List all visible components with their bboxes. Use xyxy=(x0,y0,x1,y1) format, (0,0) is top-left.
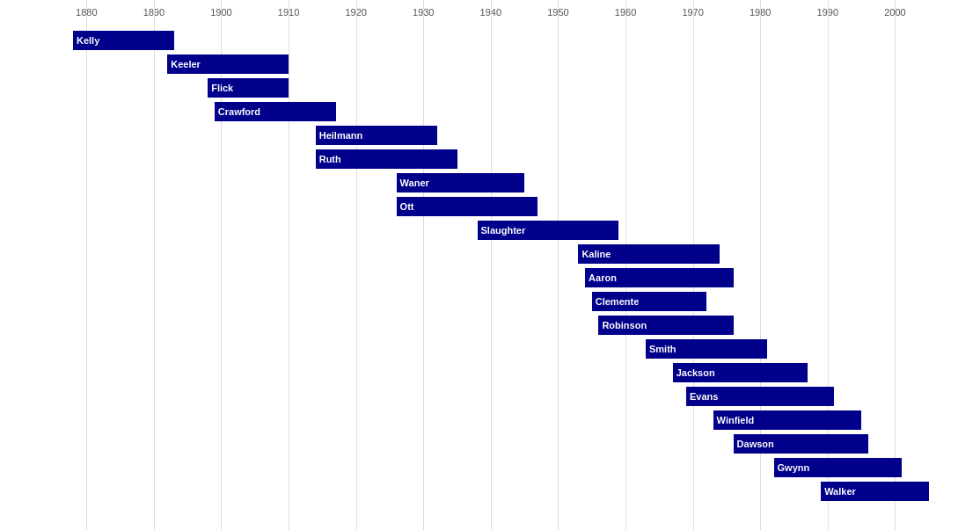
bar-row-heilmann: Heilmann xyxy=(0,126,980,145)
bar-label-flick: Flick xyxy=(211,83,233,93)
bar-row-ott: Ott xyxy=(0,197,980,216)
bar-label-walker: Walker xyxy=(824,486,856,497)
bar-row-dawson: Dawson xyxy=(0,434,980,454)
bar-label-waner: Waner xyxy=(400,178,429,188)
bar-label-kaline: Kaline xyxy=(581,249,611,259)
bar-label-keeler: Keeler xyxy=(171,59,201,69)
bar-label-clemente: Clemente xyxy=(596,296,640,307)
bar-row-jackson: Jackson xyxy=(0,363,980,382)
bar-keeler: Keeler xyxy=(167,54,289,74)
bar-kelly: Kelly xyxy=(73,31,174,50)
bar-heilmann: Heilmann xyxy=(316,126,437,145)
bar-ruth: Ruth xyxy=(316,149,457,169)
bar-robinson: Robinson xyxy=(598,316,733,335)
bar-label-evans: Evans xyxy=(690,391,718,402)
bar-ott: Ott xyxy=(397,197,538,216)
bar-waner: Waner xyxy=(397,173,525,192)
bar-row-evans: Evans xyxy=(0,387,980,406)
bar-row-ruth: Ruth xyxy=(0,149,980,169)
bar-row-clemente: Clemente xyxy=(0,292,980,311)
bar-label-ott: Ott xyxy=(400,201,414,212)
bar-dawson: Dawson xyxy=(734,434,868,454)
bar-label-robinson: Robinson xyxy=(602,320,647,330)
bar-row-kaline: Kaline xyxy=(0,244,980,264)
bar-evans: Evans xyxy=(686,387,835,406)
bar-row-gwynn: Gwynn xyxy=(0,458,980,477)
bar-label-ruth: Ruth xyxy=(319,154,341,164)
bar-kaline: Kaline xyxy=(578,244,720,264)
bar-crawford: Crawford xyxy=(215,102,336,121)
bar-row-flick: Flick xyxy=(0,78,980,98)
bar-aaron: Aaron xyxy=(585,268,734,287)
bar-row-kelly: Kelly xyxy=(0,31,980,50)
bar-row-smith: Smith xyxy=(0,339,980,359)
bar-row-slaughter: Slaughter xyxy=(0,221,980,240)
bar-label-heilmann: Heilmann xyxy=(319,130,363,141)
bar-label-crawford: Crawford xyxy=(218,106,260,117)
bar-row-robinson: Robinson xyxy=(0,316,980,335)
bar-label-jackson: Jackson xyxy=(676,367,715,378)
bar-row-winfield: Winfield xyxy=(0,410,980,430)
bar-label-kelly: Kelly xyxy=(77,35,99,46)
bar-row-waner: Waner xyxy=(0,173,980,192)
bar-jackson: Jackson xyxy=(673,363,808,382)
bar-label-smith: Smith xyxy=(649,344,676,354)
bar-flick: Flick xyxy=(208,78,289,98)
bar-row-crawford: Crawford xyxy=(0,102,980,121)
bar-label-gwynn: Gwynn xyxy=(778,462,810,473)
bar-slaughter: Slaughter xyxy=(478,221,619,240)
bar-label-aaron: Aaron xyxy=(589,272,617,283)
bar-smith: Smith xyxy=(646,339,767,359)
bar-label-winfield: Winfield xyxy=(717,415,755,425)
bar-label-slaughter: Slaughter xyxy=(481,225,526,236)
chart-container: 1880189019001910192019301940195019601970… xyxy=(0,0,980,530)
bar-gwynn: Gwynn xyxy=(774,458,903,477)
bar-row-keeler: Keeler xyxy=(0,54,980,74)
bar-label-dawson: Dawson xyxy=(737,439,774,449)
bar-walker: Walker xyxy=(821,482,929,501)
bar-row-walker: Walker xyxy=(0,482,980,501)
bar-clemente: Clemente xyxy=(592,292,706,311)
bar-winfield: Winfield xyxy=(713,410,862,430)
bar-row-aaron: Aaron xyxy=(0,268,980,287)
